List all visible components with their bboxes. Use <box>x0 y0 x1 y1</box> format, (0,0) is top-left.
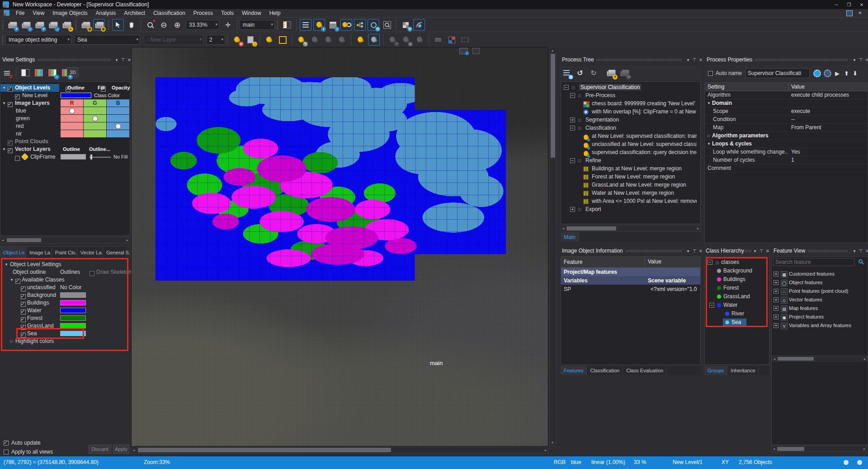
panel-close-icon[interactable]: ✕ <box>864 57 868 62</box>
process-tree-item[interactable]: GrassLand at New Level: merge region <box>561 181 701 189</box>
manage-levels-icon[interactable]: ✗ <box>1 67 13 79</box>
ioi-group-row[interactable]: Project/Map features <box>561 267 700 276</box>
class-legend-toggle-icon[interactable] <box>340 19 352 31</box>
new-level-checkbox[interactable] <box>15 94 20 99</box>
channel-cell[interactable] <box>61 107 84 115</box>
move-up-icon[interactable]: ⬆ <box>844 70 849 77</box>
panel-close-icon[interactable]: ✕ <box>764 249 771 253</box>
tab-point-clouds[interactable]: Point Clo... <box>52 247 77 258</box>
expander-icon[interactable]: ▾ <box>4 262 9 267</box>
panel-pin-icon[interactable]: ⊤ <box>858 57 864 62</box>
split-window-icon[interactable] <box>281 19 293 31</box>
ioi-row-sp[interactable]: SP <?xml version="1.0 <box>561 285 700 293</box>
undo-icon[interactable]: ↺ <box>574 67 586 79</box>
panel-pin-icon[interactable]: ⊤ <box>691 249 698 253</box>
menu-architect[interactable]: Architect <box>120 9 149 17</box>
status-mode[interactable]: RGB <box>554 459 566 465</box>
rgb-layer-view-icon[interactable] <box>33 67 45 79</box>
class-color-swatch[interactable] <box>60 331 86 336</box>
measure-area-icon[interactable] <box>459 34 471 46</box>
panel-pin-icon[interactable]: ⊤ <box>758 249 764 253</box>
delete-samples-icon[interactable]: ⊘ <box>231 34 243 46</box>
feature-view-item[interactable]: +▦Customized features <box>772 270 868 278</box>
pp-row[interactable]: Scopeexecute <box>705 107 868 116</box>
process-tree-item[interactable]: with Area <= 1000 Pxl at New Level: remo… <box>561 197 701 206</box>
mdi-restore-icon[interactable] <box>846 10 853 16</box>
feature-view-item[interactable]: +▣Project features <box>772 313 868 321</box>
class-checkbox[interactable] <box>21 333 26 338</box>
feature-view-hscrollbar[interactable]: ◂▸ <box>772 356 868 361</box>
feature-info-toggle-icon[interactable]: i <box>327 19 339 31</box>
panel-close-icon[interactable]: ✕ <box>698 249 704 253</box>
tab-object-levels[interactable]: Object Le... <box>0 247 26 258</box>
process-tree-item[interactable]: −Supervisor Classification <box>561 84 701 92</box>
panel-menu-icon[interactable]: ▾ <box>113 57 120 62</box>
create-workspace-icon[interactable]: + <box>6 19 18 31</box>
class-hierarchy-item[interactable]: GrassLand <box>705 293 769 300</box>
toolbar-grip[interactable] <box>108 20 109 30</box>
discard-button[interactable]: Discard <box>89 445 111 454</box>
feature-view-item[interactable]: +◇Vector features <box>772 296 868 304</box>
expander-icon[interactable]: ▾ <box>706 101 712 105</box>
remove-layer-mix-icon[interactable]: − <box>47 67 58 79</box>
pp-row[interactable]: Condition-- <box>705 115 868 124</box>
menu-process[interactable]: Process <box>189 9 217 17</box>
tab-image-layers[interactable]: Image La... <box>26 247 52 258</box>
pp-row[interactable]: Comment <box>705 164 868 173</box>
panel-menu-icon[interactable]: ▾ <box>685 57 691 62</box>
tree-row-new-level[interactable]: New Level Class Color <box>0 92 131 99</box>
measure-distance-icon[interactable] <box>432 34 444 46</box>
tab-groups[interactable]: Groups <box>704 366 727 375</box>
tree-row-clipframe[interactable]: ClipFrame No Fill <box>0 153 131 161</box>
process-tree-item[interactable]: supervised classification: query decisio… <box>561 149 701 157</box>
tab-general-settings[interactable]: General S... <box>103 247 130 258</box>
sample-selection-box-icon[interactable] <box>277 34 288 46</box>
ioi-col-feature[interactable]: Feature <box>561 259 582 265</box>
tab-inheritance[interactable]: Inheritance <box>727 366 759 375</box>
pp-row[interactable]: ▷Algorithm parameters <box>705 131 868 140</box>
select-samples-icon[interactable] <box>263 34 275 46</box>
show-classification-view-icon[interactable]: ◉ <box>93 19 105 31</box>
ols-root-row[interactable]: ▾Object Level Settings <box>0 261 130 268</box>
ols-class-row[interactable]: Forest <box>0 314 130 322</box>
ioi-row-variables[interactable]: Variables Scene variable <box>561 276 700 285</box>
map-combo[interactable]: main▾ <box>240 20 275 30</box>
tab-classification[interactable]: Classification <box>587 366 623 375</box>
find-icon[interactable] <box>381 19 393 31</box>
class-checkbox[interactable] <box>21 294 26 299</box>
clipframe-checkbox[interactable] <box>15 156 20 161</box>
class-hierarchy-item[interactable]: −Water <box>705 301 769 309</box>
classification-overlay[interactable] <box>156 77 506 281</box>
process-tree-item[interactable]: at New Level: supervised classification:… <box>561 132 701 141</box>
tree-expander-icon[interactable]: − <box>570 126 575 131</box>
update-process-icon[interactable] <box>824 70 831 77</box>
view-settings-hscrollbar[interactable]: ◂▸ <box>0 237 130 244</box>
channel-cell[interactable] <box>107 115 130 122</box>
feature-search-input[interactable] <box>773 258 854 266</box>
class-hierarchy-item[interactable]: River <box>705 310 769 318</box>
class-hierarchy-item[interactable]: Buildings <box>705 276 769 283</box>
cut-object-icon[interactable] <box>414 34 425 46</box>
single-layer-view-icon[interactable] <box>19 67 31 79</box>
add-project-icon[interactable]: + <box>33 19 45 31</box>
erase-samples-icon[interactable] <box>322 34 334 46</box>
channel-radio[interactable] <box>92 116 98 122</box>
sample-brush-icon[interactable]: ✎ <box>295 34 307 46</box>
panel-close-icon[interactable]: ✕ <box>698 57 704 62</box>
ols-class-row[interactable]: Sea <box>0 330 130 338</box>
edit-polygon-icon[interactable] <box>413 19 425 31</box>
feature-view-item[interactable]: +◯Object features <box>772 279 868 286</box>
ols-class-row[interactable]: Buildings <box>0 299 130 307</box>
tree-expander-icon[interactable]: + <box>774 297 778 302</box>
minimize-button[interactable]: ─ <box>830 0 843 9</box>
auto-update-row[interactable]: Auto update <box>4 439 41 446</box>
zoom-in-icon[interactable]: ⊕ <box>171 19 183 31</box>
feature-view-item[interactable]: +VVariables and Array features <box>772 322 868 329</box>
point-clouds-checkbox[interactable] <box>8 141 13 145</box>
tree-expander-icon[interactable]: + <box>774 289 778 294</box>
tree-row-object-levels[interactable]: ▾ Object Levels Outline Fill Opacity <box>0 84 131 92</box>
process-tree-toggle-icon[interactable] <box>354 19 366 31</box>
vector-layers-checkbox[interactable] <box>8 148 13 153</box>
map-window-icon[interactable] <box>459 48 468 54</box>
save-ruleset-icon[interactable]: ▾ <box>605 67 617 79</box>
